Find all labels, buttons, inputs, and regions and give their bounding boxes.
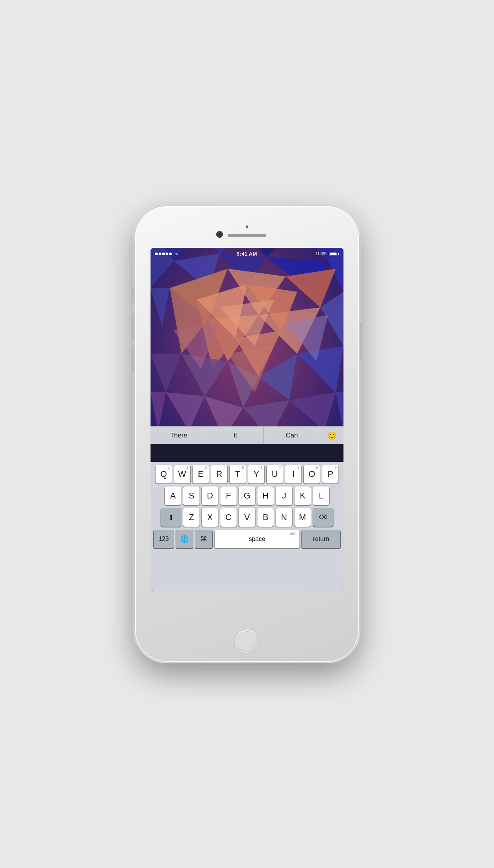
signal-dot-2 — [159, 253, 161, 255]
key-j[interactable]: J — [276, 487, 292, 505]
status-right: 100% — [315, 251, 339, 256]
keyboard-row-2: A S D F G H — [152, 487, 342, 505]
space-key[interactable]: EN space — [215, 530, 299, 548]
key-k[interactable]: K — [294, 487, 311, 505]
key-s[interactable]: S — [183, 487, 200, 505]
mute-button[interactable] — [132, 287, 135, 303]
key-u[interactable]: 7 U — [267, 465, 283, 483]
key-n[interactable]: N — [276, 508, 292, 527]
status-bar: ∿ 9:41 AM 100% — [151, 248, 343, 259]
autocorrect-item-3[interactable]: Can — [264, 427, 320, 444]
key-o[interactable]: 9 O — [304, 465, 320, 483]
phone-screen: ∿ 9:41 AM 100% — [151, 248, 343, 591]
delete-key[interactable]: ⌫ — [313, 508, 333, 527]
battery-body — [329, 252, 337, 256]
emoji-button[interactable]: 😊 — [320, 431, 343, 440]
status-left: ∿ — [155, 251, 178, 256]
front-camera-icon — [246, 225, 248, 228]
power-button[interactable] — [359, 322, 362, 361]
speaker-grille — [228, 234, 266, 237]
cmd-key[interactable]: ⌘ — [195, 530, 212, 548]
keyboard-row-4: 123 🌐 ⌘ EN space return — [152, 530, 342, 548]
key-t[interactable]: 5 T — [230, 465, 246, 483]
status-time: 9:41 AM — [237, 251, 257, 257]
home-button[interactable] — [234, 629, 260, 655]
volume-up-button[interactable] — [132, 314, 135, 340]
key-l[interactable]: L — [313, 487, 329, 505]
battery-percent: 100% — [315, 251, 327, 256]
shift-key[interactable]: ⬆ — [161, 508, 181, 527]
battery-tip — [338, 253, 339, 255]
key-w[interactable]: 2 W — [174, 465, 190, 483]
num-key[interactable]: 123 — [154, 530, 174, 548]
home-button-inner — [237, 631, 257, 652]
camera-icon — [216, 231, 223, 238]
key-y[interactable]: 6 Y — [248, 465, 264, 483]
signal-dot-1 — [155, 253, 158, 255]
battery-icon — [329, 252, 339, 256]
battery-fill — [330, 253, 337, 255]
autocorrect-item-2[interactable]: It — [207, 427, 264, 444]
key-v[interactable]: ? V — [239, 508, 255, 527]
key-e[interactable]: 3 E — [193, 465, 209, 483]
volume-down-button[interactable] — [132, 346, 135, 372]
wallpaper — [151, 248, 343, 444]
key-c[interactable]: : C — [220, 508, 237, 527]
globe-key[interactable]: 🌐 — [176, 530, 193, 548]
key-f[interactable]: F — [220, 487, 237, 505]
keyboard: 1 Q 2 W 3 E 4 R — [151, 462, 343, 591]
phone-body: ∿ 9:41 AM 100% — [135, 206, 359, 662]
signal-dot-4 — [166, 253, 168, 255]
keyboard-row-1: 1 Q 2 W 3 E 4 R — [152, 465, 342, 483]
keyboard-row-3: ⬆ , Z X : C ? V — [152, 508, 342, 527]
wifi-icon: ∿ — [175, 251, 178, 256]
key-i[interactable]: 8 I — [285, 465, 301, 483]
key-m[interactable]: M — [294, 508, 311, 527]
key-r[interactable]: 4 R — [211, 465, 227, 483]
signal-indicator — [155, 253, 172, 255]
key-h[interactable]: H — [257, 487, 274, 505]
key-b[interactable]: ! B — [257, 508, 274, 527]
key-z[interactable]: , Z — [183, 508, 200, 527]
key-a[interactable]: A — [165, 487, 181, 505]
key-g[interactable]: G — [239, 487, 255, 505]
key-p[interactable]: 0 P — [322, 465, 338, 483]
return-key[interactable]: return — [302, 530, 340, 548]
signal-dot-5 — [169, 253, 172, 255]
autocorrect-bar: There It Can 😊 — [151, 426, 343, 444]
phone-device: ∿ 9:41 AM 100% — [135, 206, 359, 662]
key-d[interactable]: D — [202, 487, 218, 505]
wallpaper-svg — [151, 248, 343, 444]
key-q[interactable]: 1 Q — [156, 465, 172, 483]
key-x[interactable]: X — [202, 508, 218, 527]
autocorrect-item-1[interactable]: There — [151, 427, 207, 444]
signal-dot-3 — [162, 253, 165, 255]
